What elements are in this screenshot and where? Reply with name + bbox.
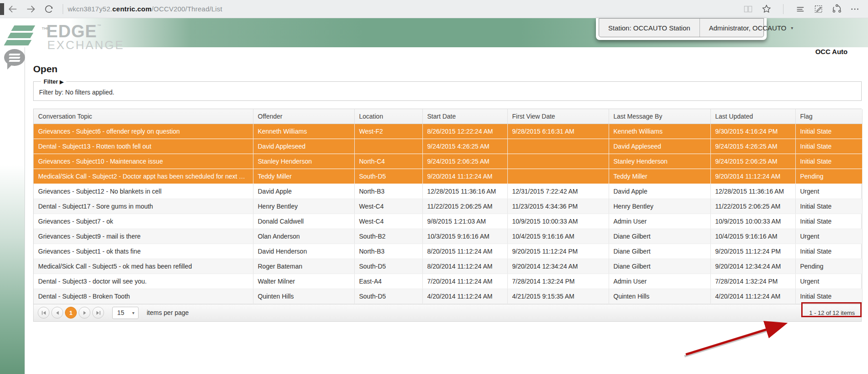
cell: 9/28/2015 6:16:31 AM (507, 124, 609, 139)
cell: Grievances - Subject12 - No blankets in … (34, 184, 253, 199)
cell: Urgent (795, 229, 862, 244)
station-panel: Station: OCCAUTO Station Administrator, … (596, 18, 767, 40)
arrow-right-icon (26, 4, 36, 14)
cell: West-C4 (354, 199, 422, 214)
cell: Medical/Sick Call - Subject2 - Doctor ap… (34, 169, 253, 184)
cell: South-B2 (354, 229, 422, 244)
cell: Henry Bentley (609, 199, 710, 214)
cell: 9/24/2015 4:26:25 AM (422, 139, 507, 154)
browser-refresh-button[interactable] (40, 0, 58, 18)
thread-table: Conversation TopicOffenderLocationStart … (34, 109, 863, 304)
cell: South-D5 (354, 169, 422, 184)
cell (507, 139, 609, 154)
arrow-left-icon (8, 4, 18, 14)
cell: Initial State (795, 124, 862, 139)
last-page-button[interactable] (92, 307, 104, 319)
cell: Stanley Henderson (609, 154, 710, 169)
table-row[interactable]: Grievances - Subject6 - offender reply o… (34, 124, 862, 139)
table-row[interactable]: Grievances - Subject9 - mail is thereOla… (34, 229, 862, 244)
station-label: Station: OCCAUTO Station (608, 24, 690, 32)
refresh-icon (44, 4, 54, 14)
cell: Pending (795, 169, 862, 184)
cell: Teddy Miller (609, 169, 710, 184)
filter-toggle[interactable]: Filter ▶ (41, 78, 66, 85)
page-size-select[interactable]: 15 ▾ (112, 307, 139, 319)
cell: David Apple (609, 184, 710, 199)
cell: 8/20/2015 11:12:24 AM (422, 244, 507, 259)
user-menu[interactable]: Administrator, OCCAUTO ▾ (699, 19, 803, 37)
cell: Dental - Subject17 - Sore gums in mouth (34, 199, 253, 214)
cell: South-D5 (354, 259, 422, 274)
share-icon[interactable] (831, 3, 843, 15)
table-header-row: Conversation TopicOffenderLocationStart … (34, 109, 862, 124)
app-header-band: THE EDGE™ EXCHANGE Station: OCCAUTO Stat… (0, 18, 868, 47)
pagination-bar: 1 15 ▾ items per page 1 - 12 of 12 items (34, 304, 861, 321)
cell: 10/4/2015 9:16:16 AM (507, 229, 609, 244)
toolbar-divider (63, 4, 63, 14)
table-row[interactable]: Dental - Subject3 - doctor will see you.… (34, 274, 862, 289)
page-size-value: 15 (117, 309, 124, 316)
table-row[interactable]: Medical/Sick Call - Subject2 - Doctor ap… (34, 169, 862, 184)
table-row[interactable]: Grievances - Subject12 - No blankets in … (34, 184, 862, 199)
page-title: Open (33, 64, 58, 75)
cell: Initial State (795, 199, 862, 214)
column-header-first-view-date[interactable]: First View Date (507, 109, 609, 124)
column-header-conversation-topic[interactable]: Conversation Topic (34, 109, 253, 124)
column-header-last-message-by[interactable]: Last Message By (609, 109, 710, 124)
cell (507, 154, 609, 169)
cell (354, 139, 422, 154)
next-page-button[interactable] (79, 307, 90, 319)
more-options-icon[interactable] (849, 3, 861, 15)
area-label: OCC Auto (815, 48, 848, 55)
cell: 12/31/2015 7:22:42 AM (507, 184, 609, 199)
cell: Initial State (795, 214, 862, 229)
column-header-last-updated[interactable]: Last Updated (710, 109, 795, 124)
cell: 7/28/2014 1:32:24 PM (507, 274, 609, 289)
items-per-page-label: items per page (147, 309, 189, 316)
table-row[interactable]: Grievances - Subject7 - okDonald Caldwel… (34, 214, 862, 229)
table-row[interactable]: Medical/Sick Call - Subject5 - ok med ha… (34, 259, 862, 274)
cell: 12/28/2015 11:36:16 AM (422, 184, 507, 199)
table-row[interactable]: Dental - Subject13 - Rotten tooth fell o… (34, 139, 862, 154)
column-header-offender[interactable]: Offender (253, 109, 354, 124)
table-row[interactable]: Dental - Subject8 - Broken ToothQuinten … (34, 289, 862, 304)
thread-list-grid: Conversation TopicOffenderLocationStart … (33, 109, 862, 322)
hub-icon[interactable] (794, 3, 806, 15)
cell: Medical/Sick Call - Subject5 - ok med ha… (34, 259, 253, 274)
cell: Grievances - Subject7 - ok (34, 214, 253, 229)
messages-bubble-icon[interactable] (4, 49, 25, 66)
cell: North-B3 (354, 184, 422, 199)
cell: Initial State (795, 289, 862, 304)
cell: North-C4 (354, 154, 422, 169)
cell: 9/8/2015 1:21:03 AM (422, 214, 507, 229)
cell: Roger Bateman (253, 259, 354, 274)
page-1-button[interactable]: 1 (65, 307, 77, 319)
cell: 9/20/2015 11:12:24 PM (507, 244, 609, 259)
cell: Grievances - Subject6 - offender reply o… (34, 124, 253, 139)
column-header-start-date[interactable]: Start Date (422, 109, 507, 124)
column-header-flag[interactable]: Flag (795, 109, 862, 124)
cell: 10/4/2015 9:16:16 AM (710, 229, 795, 244)
favorites-star-icon[interactable] (760, 3, 772, 15)
first-page-button[interactable] (38, 307, 50, 319)
cell (507, 169, 609, 184)
browser-forward-button[interactable] (22, 0, 40, 18)
browser-back-button[interactable] (4, 0, 22, 18)
table-row[interactable]: Dental - Subject17 - Sore gums in mouthH… (34, 199, 862, 214)
cell: David Appleseed (253, 139, 354, 154)
table-row[interactable]: Grievances - Subject1 - ok thats fineDav… (34, 244, 862, 259)
cell: Diane Gilbert (609, 259, 710, 274)
cell: Kenneth Williams (253, 124, 354, 139)
table-row[interactable]: Grievances - Subject10 - Maintenance iss… (34, 154, 862, 169)
filter-panel: Filter ▶ Filter by: No filters applied. (33, 78, 862, 101)
column-header-location[interactable]: Location (354, 109, 422, 124)
cell: 9/20/2014 12:34:24 AM (507, 259, 609, 274)
address-bar[interactable]: wkcn3817y52.centric.com/OCCV200/Thread/L… (68, 5, 222, 13)
cell: 4/20/2014 11:12:24 AM (710, 289, 795, 304)
web-note-icon[interactable] (813, 3, 824, 15)
station-selector[interactable]: Station: OCCAUTO Station (599, 19, 699, 37)
cell: West-F2 (354, 124, 422, 139)
reading-view-icon[interactable] (742, 3, 754, 15)
previous-page-button[interactable] (51, 307, 63, 319)
cell: 10/3/2015 9:16:16 AM (422, 229, 507, 244)
